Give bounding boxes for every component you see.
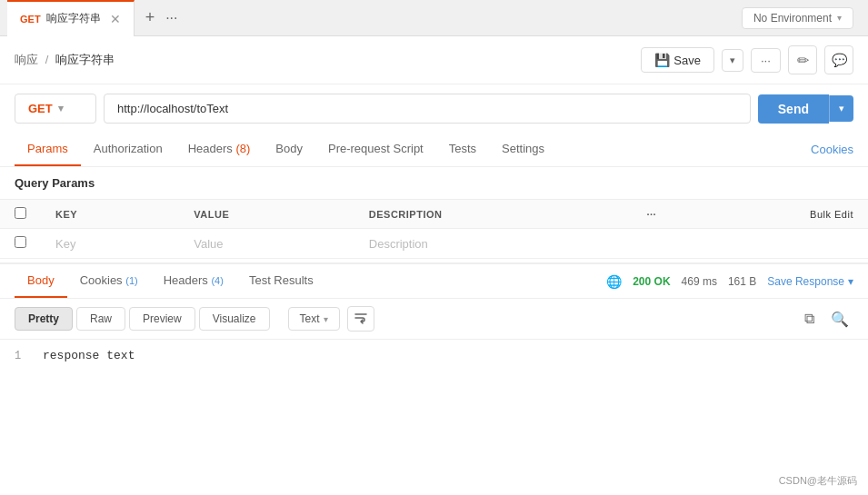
- status-badge: 200 OK: [633, 275, 670, 288]
- url-bar: GET ▾ Send ▾: [0, 84, 868, 133]
- pretty-button[interactable]: Pretty: [15, 307, 73, 331]
- res-headers-badge: (4): [211, 275, 223, 286]
- send-chevron-button[interactable]: ▾: [829, 95, 853, 122]
- response-tabs-bar: Body Cookies (1) Headers (4) Test Result…: [0, 264, 868, 299]
- env-chevron-icon: ▾: [837, 13, 842, 23]
- env-label: No Environment: [753, 12, 832, 25]
- th-dots: ···: [632, 200, 671, 229]
- search-button[interactable]: 🔍: [826, 306, 853, 332]
- wrap-icon: [354, 311, 368, 328]
- res-tab-body[interactable]: Body: [15, 264, 67, 298]
- tab-headers[interactable]: Headers (8): [175, 133, 264, 166]
- method-label: GET: [28, 102, 53, 115]
- send-button-group: Send ▾: [758, 94, 853, 124]
- header-actions: 💾 Save ▾ ··· ✏ 💬: [641, 45, 853, 74]
- save-response-label: Save Response: [767, 275, 844, 288]
- raw-button[interactable]: Raw: [76, 307, 125, 331]
- breadcrumb: 响应 / 响应字符串: [15, 52, 634, 68]
- select-all-checkbox[interactable]: [15, 207, 26, 219]
- watermark: CSDN@老牛源码: [779, 474, 857, 488]
- tab-title: 响应字符串: [46, 11, 101, 26]
- response-time: 469 ms: [682, 275, 717, 288]
- response-area: Body Cookies (1) Headers (4) Test Result…: [0, 262, 868, 371]
- th-value: VALUE: [179, 200, 354, 229]
- response-meta: 🌐 200 OK 469 ms 161 B Save Response ▾: [606, 274, 853, 289]
- url-input[interactable]: [104, 94, 751, 124]
- tab-prerequest[interactable]: Pre-request Script: [315, 133, 436, 166]
- save-chevron-button[interactable]: ▾: [722, 49, 743, 72]
- save-response-chevron: ▾: [848, 275, 853, 288]
- request-tabs: Params Authorization Headers (8) Body Pr…: [0, 133, 868, 167]
- th-key: KEY: [41, 200, 179, 229]
- tab-add-button[interactable]: +: [135, 8, 166, 27]
- tab-authorization[interactable]: Authorization: [81, 133, 175, 166]
- row-dots: [632, 229, 671, 259]
- preview-button[interactable]: Preview: [129, 307, 195, 331]
- more-options-button[interactable]: ···: [751, 48, 781, 73]
- request-header: 响应 / 响应字符串 💾 Save ▾ ··· ✏ 💬: [0, 36, 868, 84]
- save-label: Save: [673, 54, 701, 67]
- visualize-button[interactable]: Visualize: [199, 307, 270, 331]
- tab-more-button[interactable]: ···: [165, 10, 177, 26]
- save-icon: 💾: [654, 53, 670, 67]
- line-number: 1: [15, 350, 21, 362]
- tab-bar: GET 响应字符串 ✕ + ··· No Environment ▾: [0, 0, 868, 36]
- row-checkbox[interactable]: [15, 236, 26, 248]
- row-check: [0, 229, 41, 259]
- th-description: DESCRIPTION: [354, 200, 633, 229]
- res-tab-cookies[interactable]: Cookies (1): [67, 264, 151, 298]
- row-bulk: [671, 229, 868, 259]
- text-format-chevron: ▾: [324, 314, 328, 324]
- params-table: KEY VALUE DESCRIPTION ··· Bulk Edit Key …: [0, 199, 868, 259]
- wrap-button[interactable]: [347, 306, 374, 332]
- environment-selector[interactable]: No Environment ▾: [742, 7, 853, 29]
- copy-icon: ⧉: [804, 311, 814, 327]
- breadcrumb-parent: 响应: [15, 53, 38, 66]
- row-value[interactable]: Value: [179, 229, 354, 259]
- table-row: Key Value Description: [0, 229, 868, 259]
- th-check: [0, 200, 41, 229]
- method-select[interactable]: GET ▾: [15, 94, 96, 124]
- save-button[interactable]: 💾 Save: [641, 47, 714, 73]
- text-format-select[interactable]: Text ▾: [288, 307, 340, 331]
- tab-settings[interactable]: Settings: [489, 133, 557, 166]
- response-text: response text: [43, 349, 135, 362]
- format-bar: Pretty Raw Preview Visualize Text ▾ ⧉ 🔍: [0, 299, 868, 340]
- search-icon: 🔍: [831, 311, 849, 328]
- row-description[interactable]: Description: [354, 229, 633, 259]
- query-params-header: Query Params: [0, 167, 868, 199]
- method-chevron-icon: ▾: [58, 103, 64, 114]
- tab-method-badge: GET: [20, 14, 41, 25]
- comment-button[interactable]: 💬: [824, 45, 853, 74]
- breadcrumb-current: 响应字符串: [55, 53, 115, 66]
- res-tab-headers[interactable]: Headers (4): [151, 264, 236, 298]
- tab-params[interactable]: Params: [15, 133, 81, 166]
- tab-body[interactable]: Body: [263, 133, 315, 166]
- send-main-button[interactable]: Send: [758, 94, 829, 124]
- comment-icon: 💬: [832, 53, 847, 67]
- globe-icon: 🌐: [606, 274, 622, 289]
- edit-button[interactable]: ✏: [788, 45, 817, 74]
- save-response-button[interactable]: Save Response ▾: [767, 275, 853, 288]
- response-body: 1 response text: [0, 340, 868, 371]
- query-params-section: Query Params KEY VALUE DESCRIPTION ··· B…: [0, 167, 868, 259]
- res-tab-test-results[interactable]: Test Results: [236, 264, 326, 298]
- tab-tests[interactable]: Tests: [436, 133, 489, 166]
- tab-close-button[interactable]: ✕: [110, 12, 121, 26]
- edit-icon: ✏: [797, 52, 809, 69]
- response-size: 161 B: [728, 275, 756, 288]
- row-key[interactable]: Key: [41, 229, 179, 259]
- copy-button[interactable]: ⧉: [795, 306, 823, 332]
- text-format-label: Text: [300, 312, 320, 325]
- cookies-badge: (1): [125, 275, 137, 286]
- active-tab[interactable]: GET 响应字符串 ✕: [7, 0, 135, 36]
- breadcrumb-separator: /: [45, 53, 49, 66]
- cookies-link[interactable]: Cookies: [811, 143, 853, 156]
- th-bulk-edit[interactable]: Bulk Edit: [671, 200, 868, 229]
